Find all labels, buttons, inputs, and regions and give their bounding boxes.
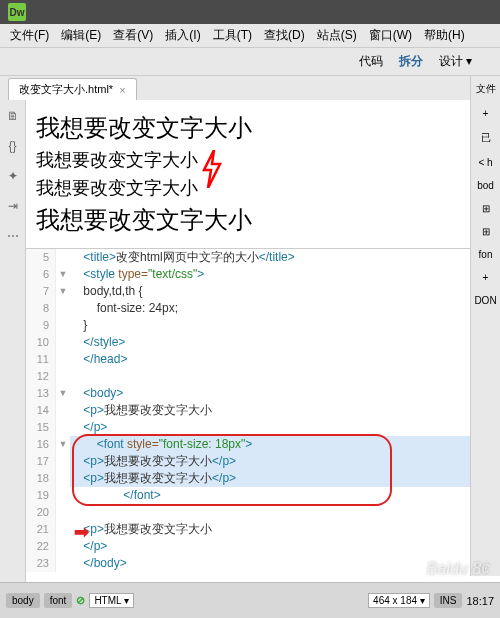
code-text[interactable]: <font style="font-size: 18px">	[70, 436, 500, 453]
grid-icon[interactable]: ⊞	[480, 201, 492, 216]
line-number: 10	[26, 334, 56, 351]
work-area: 🗎 {} ✦ ⇥ ⋯ 我想要改变文字大小 我想要改变文字大小 我想要改变文字大小…	[0, 100, 500, 600]
code-text[interactable]: body,td,th {	[70, 283, 500, 300]
fold-gutter[interactable]	[56, 300, 70, 317]
language-select[interactable]: HTML ▾	[89, 593, 134, 608]
panel-label: DON	[472, 293, 498, 308]
menu-insert[interactable]: 插入(I)	[159, 27, 206, 44]
close-icon[interactable]: ×	[119, 84, 125, 96]
fold-gutter[interactable]	[56, 487, 70, 504]
fold-gutter[interactable]: ▼	[56, 283, 70, 300]
fold-gutter[interactable]	[56, 453, 70, 470]
preview-text: 我想要改变文字大小	[36, 176, 490, 200]
line-number: 14	[26, 402, 56, 419]
fold-gutter[interactable]	[56, 419, 70, 436]
fold-gutter[interactable]	[56, 538, 70, 555]
app-logo: Dw	[8, 3, 26, 21]
menu-help[interactable]: 帮助(H)	[418, 27, 471, 44]
menu-find[interactable]: 查找(D)	[258, 27, 311, 44]
line-number: 23	[26, 555, 56, 572]
code-text[interactable]: font-size: 24px;	[70, 300, 500, 317]
preview-text: 我想要改变文字大小	[36, 204, 490, 236]
code-text[interactable]: </font>	[70, 487, 500, 504]
live-preview[interactable]: 我想要改变文字大小 我想要改变文字大小 我想要改变文字大小 我想要改变文字大小	[26, 100, 500, 249]
code-text[interactable]: }	[70, 317, 500, 334]
dimensions-select[interactable]: 464 x 184 ▾	[368, 593, 430, 608]
main-panel: 我想要改变文字大小 我想要改变文字大小 我想要改变文字大小 我想要改变文字大小 …	[26, 100, 500, 600]
line-number: 21	[26, 521, 56, 538]
more-icon[interactable]: ⋯	[5, 228, 21, 244]
menu-file[interactable]: 文件(F)	[4, 27, 55, 44]
menu-site[interactable]: 站点(S)	[311, 27, 363, 44]
file-icon[interactable]: 🗎	[5, 108, 21, 124]
fold-gutter[interactable]: ▼	[56, 436, 70, 453]
panel-item[interactable]: < h	[476, 155, 494, 170]
code-text[interactable]: <p>我想要改变文字大小</p>	[70, 453, 500, 470]
code-text[interactable]: <body>	[70, 385, 500, 402]
line-number: 12	[26, 368, 56, 385]
fold-gutter[interactable]: ▼	[56, 385, 70, 402]
validate-icon[interactable]: ⊘	[76, 594, 85, 607]
add-icon[interactable]: +	[481, 106, 491, 121]
lightning-icon	[200, 150, 224, 195]
line-number: 7	[26, 283, 56, 300]
time-label: 18:17	[466, 595, 494, 607]
fold-gutter[interactable]	[56, 249, 70, 266]
fold-gutter[interactable]	[56, 351, 70, 368]
title-bar: Dw	[0, 0, 500, 24]
line-number: 13	[26, 385, 56, 402]
fold-gutter[interactable]: ▼	[56, 266, 70, 283]
collapse-icon[interactable]: ⇥	[5, 198, 21, 214]
breadcrumb-font[interactable]: font	[44, 593, 73, 608]
line-number: 20	[26, 504, 56, 521]
menu-bar: 文件(F) 编辑(E) 查看(V) 插入(I) 工具(T) 查找(D) 站点(S…	[0, 24, 500, 48]
code-text[interactable]: <p>我想要改变文字大小	[70, 521, 500, 538]
fold-gutter[interactable]	[56, 521, 70, 538]
code-text[interactable]	[70, 504, 500, 521]
grid-icon[interactable]: ⊞	[480, 224, 492, 239]
code-text[interactable]: </head>	[70, 351, 500, 368]
view-design[interactable]: 设计 ▾	[439, 53, 472, 70]
view-split[interactable]: 拆分	[399, 53, 423, 70]
wand-icon[interactable]: ✦	[5, 168, 21, 184]
code-text[interactable]: </p>	[70, 419, 500, 436]
menu-view[interactable]: 查看(V)	[107, 27, 159, 44]
preview-text: 我想要改变文字大小	[36, 148, 490, 172]
panel-item[interactable]: bod	[475, 178, 496, 193]
left-toolbar: 🗎 {} ✦ ⇥ ⋯	[0, 100, 26, 600]
fold-gutter[interactable]	[56, 504, 70, 521]
fold-gutter[interactable]	[56, 470, 70, 487]
add-icon[interactable]: +	[481, 270, 491, 285]
menu-edit[interactable]: 编辑(E)	[55, 27, 107, 44]
fold-gutter[interactable]	[56, 334, 70, 351]
code-text[interactable]: <p>我想要改变文字大小	[70, 402, 500, 419]
fold-gutter[interactable]	[56, 317, 70, 334]
insert-mode[interactable]: INS	[434, 593, 463, 608]
code-text[interactable]	[70, 368, 500, 385]
panel-item[interactable]: fon	[477, 247, 495, 262]
watermark: Baidu 8¢	[427, 560, 490, 578]
line-number: 22	[26, 538, 56, 555]
view-switcher: 代码 拆分 设计 ▾	[0, 48, 500, 76]
fold-gutter[interactable]	[56, 368, 70, 385]
breadcrumb-body[interactable]: body	[6, 593, 40, 608]
line-number: 11	[26, 351, 56, 368]
panel-label: 已	[479, 129, 493, 147]
code-text[interactable]: <title>改变html网页中文字的大小</title>	[70, 249, 500, 266]
annotation-arrow: ➡	[74, 521, 89, 543]
panel-tab[interactable]: 文件	[474, 80, 498, 98]
menu-window[interactable]: 窗口(W)	[363, 27, 418, 44]
view-code[interactable]: 代码	[359, 53, 383, 70]
status-bar: body font ⊘ HTML ▾ 464 x 184 ▾ INS 18:17	[0, 582, 500, 618]
code-text[interactable]: <style type="text/css">	[70, 266, 500, 283]
code-text[interactable]: <p>我想要改变文字大小</p>	[70, 470, 500, 487]
fold-gutter[interactable]	[56, 555, 70, 572]
brackets-icon[interactable]: {}	[5, 138, 21, 154]
code-text[interactable]: </p>	[70, 538, 500, 555]
code-editor[interactable]: ➡ 5 <title>改变html网页中文字的大小</title>6▼ <sty…	[26, 249, 500, 600]
code-text[interactable]: </style>	[70, 334, 500, 351]
tab-label: 改变文字大小.html*	[19, 82, 113, 97]
menu-tool[interactable]: 工具(T)	[207, 27, 258, 44]
fold-gutter[interactable]	[56, 402, 70, 419]
document-tab[interactable]: 改变文字大小.html* ×	[8, 78, 137, 100]
